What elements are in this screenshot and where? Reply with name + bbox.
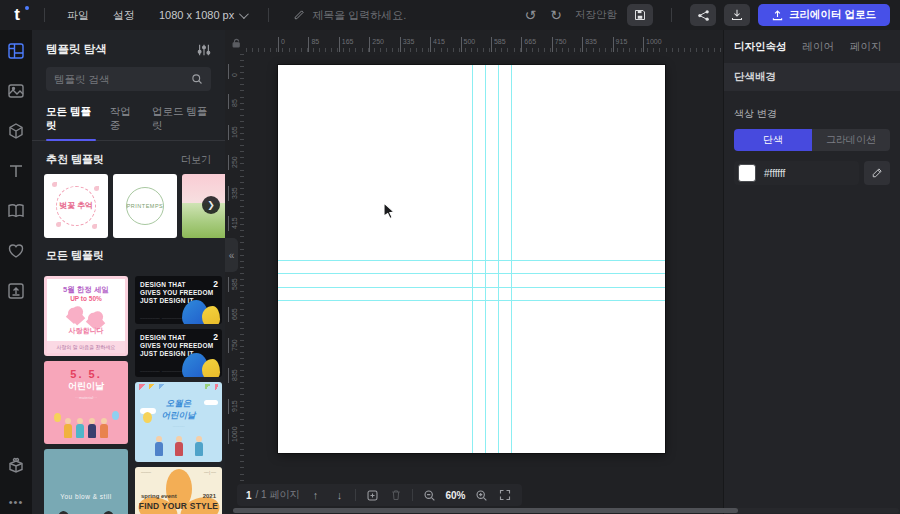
- ruler-tick: 750: [228, 338, 242, 353]
- ruler-tick: 335: [400, 37, 415, 52]
- search-input[interactable]: [54, 73, 191, 85]
- fit-screen-icon[interactable]: [497, 487, 513, 503]
- next-arrow-button[interactable]: ❯: [202, 196, 220, 214]
- tab-in-progress[interactable]: 작업중: [110, 101, 138, 140]
- canvas-toolbar: 1 / 1 페이지 ↑ ↓ 60%: [237, 484, 522, 506]
- sidebar-item-resources[interactable]: [7, 456, 25, 474]
- menu-file[interactable]: 파일: [55, 8, 101, 23]
- sidebar-item-elements[interactable]: [7, 122, 25, 140]
- ruler-tick: 85: [228, 94, 242, 109]
- template-search-box[interactable]: [46, 67, 211, 91]
- ruler-tick: 665: [228, 307, 242, 322]
- divider: [412, 489, 413, 501]
- ruler-tick: 1000: [643, 37, 662, 52]
- add-page-icon[interactable]: [364, 487, 380, 503]
- guide-line-horizontal[interactable]: [278, 287, 665, 288]
- guide-line-horizontal[interactable]: [278, 300, 665, 301]
- save-button[interactable]: [627, 4, 653, 26]
- tab-all-templates[interactable]: 모든 템플릿: [46, 101, 96, 140]
- zoom-in-icon[interactable]: [473, 487, 489, 503]
- zoom-out-icon[interactable]: [421, 487, 437, 503]
- floppy-icon: [634, 9, 646, 21]
- ruler-tick: 0: [278, 37, 285, 52]
- menu-settings[interactable]: 설정: [101, 8, 147, 23]
- template-card-childrens-day-pink[interactable]: 5. 5. 어린이날 ···material···: [44, 361, 128, 444]
- design-page[interactable]: [278, 65, 665, 453]
- undo-icon[interactable]: ↺: [522, 7, 540, 23]
- save-status: 저장안함: [575, 8, 617, 22]
- template-thumb-printemps[interactable]: PRINTEMPS: [113, 174, 177, 238]
- sidebar-item-photos[interactable]: [7, 82, 25, 100]
- ruler-tick: 835: [582, 37, 597, 52]
- tab-uploaded-templates[interactable]: 업로드 템플릿: [152, 101, 211, 140]
- left-icon-rail: •••: [0, 30, 32, 514]
- template-thumb-cherry-blossom[interactable]: 벚꽃 추억: [44, 174, 108, 238]
- sidebar-item-text[interactable]: [7, 162, 25, 180]
- ruler-tick: 750: [552, 37, 567, 52]
- ruler-tick: 500: [461, 37, 476, 52]
- ruler-tick: 585: [491, 37, 506, 52]
- horizontal-ruler: 0851652503354155005856657508359151000: [246, 36, 723, 52]
- zoom-level[interactable]: 60%: [445, 490, 465, 501]
- document-title[interactable]: 제목을 입력하세요.: [293, 8, 406, 23]
- template-card-may-sale[interactable]: 5월 한정 세일 UP to 50% 사랑합니다 사랑의 말 마음을 전하세요: [44, 276, 128, 356]
- tab-layers[interactable]: 레이어: [803, 40, 835, 54]
- page-down-icon[interactable]: ↓: [331, 487, 347, 503]
- recommended-row: 벚꽃 추억 PRINTEMPS ❯: [32, 174, 225, 240]
- see-more-link[interactable]: 더보기: [181, 153, 211, 167]
- ruler-tick: 250: [369, 37, 384, 52]
- sidebar-item-templates[interactable]: [7, 42, 25, 60]
- guide-line-vertical[interactable]: [511, 65, 512, 453]
- filter-icon[interactable]: [197, 43, 211, 57]
- template-card-design-2[interactable]: 2 DESIGN THAT GIVES YOU FREEDOM JUST DES…: [135, 329, 222, 377]
- download-button[interactable]: [724, 4, 750, 26]
- page-current: 1: [246, 490, 252, 501]
- sidebar-item-pages[interactable]: [7, 202, 25, 220]
- guide-line-vertical[interactable]: [498, 65, 499, 453]
- hex-value: #ffffff: [764, 168, 785, 179]
- scrollbar-thumb[interactable]: [233, 508, 738, 513]
- creator-upload-button[interactable]: 크리에이터 업로드: [758, 4, 890, 26]
- template-card-find-your-style[interactable]: ──────│── spring event 2021 FIND YOUR ST…: [135, 467, 222, 514]
- eyedropper-button[interactable]: [864, 161, 890, 185]
- ruler-tick: 835: [228, 368, 242, 383]
- redo-icon[interactable]: ↻: [547, 7, 565, 23]
- more-options-icon[interactable]: •••: [9, 496, 24, 508]
- color-hex-field[interactable]: #ffffff: [734, 161, 859, 185]
- tab-design-properties[interactable]: 디자인속성: [734, 40, 787, 54]
- solid-fill-button[interactable]: 단색: [734, 129, 812, 151]
- pencil-icon: [293, 9, 305, 21]
- gradient-fill-button[interactable]: 그라데이션: [812, 129, 890, 151]
- color-swatch[interactable]: [738, 164, 756, 182]
- template-card-design-1[interactable]: 2 DESIGN THAT GIVES YOU FREEDOM JUST DES…: [135, 276, 222, 324]
- guide-line-horizontal[interactable]: [278, 273, 665, 274]
- section-solid-background: 단색배경: [724, 63, 900, 91]
- canvas-size-dropdown[interactable]: 1080 x 1080 px: [147, 9, 258, 21]
- fill-type-toggle: 단색 그라데이션: [724, 129, 900, 151]
- template-card-childrens-day-blue[interactable]: 오월은 어린이날 ·········: [135, 382, 222, 462]
- divider: [671, 8, 672, 22]
- template-tabs: 모든 템플릿 작업중 업로드 템플릿: [32, 101, 225, 141]
- guide-line-vertical[interactable]: [485, 65, 486, 453]
- share-button[interactable]: [690, 4, 716, 26]
- lock-icon[interactable]: [231, 38, 242, 49]
- ruler-tick: 250: [228, 155, 242, 170]
- top-bar: t 파일 설정 1080 x 1080 px 제목을 입력하세요. ↺ ↻ 저장…: [0, 0, 900, 30]
- page-total: / 1 페이지: [256, 488, 300, 502]
- canvas-workspace[interactable]: 0851652503354155005856657508359151000 08…: [225, 30, 723, 514]
- guide-line-horizontal[interactable]: [278, 260, 665, 261]
- collapse-panel-button[interactable]: «: [225, 238, 238, 272]
- delete-page-icon[interactable]: [388, 487, 404, 503]
- divider: [355, 489, 356, 501]
- search-icon[interactable]: [191, 73, 203, 85]
- tab-pages[interactable]: 페이지: [850, 40, 882, 54]
- chevron-down-icon: [239, 9, 249, 19]
- guide-line-vertical[interactable]: [472, 65, 473, 453]
- page-up-icon[interactable]: ↑: [307, 487, 323, 503]
- ruler-tick: 165: [228, 125, 242, 140]
- template-panel: 템플릿 탐색 모든 템플릿 작업중 업로드 템플릿 추천 템플릿 더보기 벚꽃 …: [32, 30, 225, 514]
- sidebar-item-uploads[interactable]: [7, 282, 25, 300]
- horizontal-scrollbar[interactable]: [233, 508, 899, 513]
- template-card-dog[interactable]: You blow & still: [44, 449, 128, 514]
- sidebar-item-favorites[interactable]: [7, 242, 25, 260]
